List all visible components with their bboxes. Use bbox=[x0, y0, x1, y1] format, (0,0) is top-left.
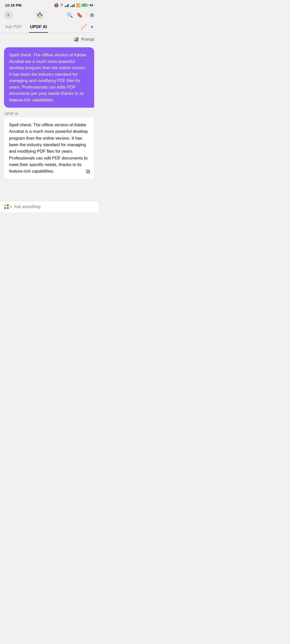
svg-point-8 bbox=[76, 39, 79, 42]
nav-left: × bbox=[4, 11, 13, 19]
prompt-row: Prompt bbox=[4, 37, 94, 42]
prompt-dots-icon bbox=[74, 37, 79, 42]
dot-blue bbox=[4, 207, 6, 209]
user-message-bubble: Spell check: The offline version of Adob… bbox=[4, 47, 94, 108]
tab-ask-pdf[interactable]: Ask PDF bbox=[4, 21, 23, 32]
bookmark-icon[interactable]: 🔖 bbox=[77, 12, 83, 18]
updf-logo-icon bbox=[37, 12, 43, 18]
prompt-dots bbox=[74, 37, 79, 42]
nav-right: 🔍 🔖 ⊞ bbox=[67, 12, 94, 18]
ai-label: UPDF AI bbox=[4, 112, 94, 116]
sparkle-icon[interactable]: ✦ bbox=[90, 24, 94, 30]
svg-point-5 bbox=[74, 37, 77, 40]
close-icon: × bbox=[7, 13, 10, 17]
svg-point-6 bbox=[76, 37, 79, 40]
copy-icon[interactable]: ⧉ bbox=[86, 167, 90, 176]
grid-icon[interactable]: ⊞ bbox=[90, 12, 94, 18]
chat-area: Prompt Spell check: The offline version … bbox=[0, 33, 98, 201]
brush-icon[interactable]: 🧹 bbox=[81, 24, 87, 30]
ai-message-bubble: Spell check: The offline version of Adob… bbox=[4, 117, 94, 179]
wifi-icon: 📶 bbox=[76, 3, 80, 7]
status-bar: 12:16 PM 🔇 ⏱ 📶 64 bbox=[0, 0, 98, 9]
status-time: 12:16 PM bbox=[5, 3, 21, 7]
clock-icon: ⏱ bbox=[60, 3, 63, 7]
signal-bars-icon bbox=[65, 4, 69, 7]
dot-yellow bbox=[4, 204, 6, 206]
chevron-down-icon: ▾ bbox=[10, 205, 12, 209]
tab-actions: 🧹 ✦ bbox=[81, 24, 94, 30]
battery-percent: 64 bbox=[90, 4, 93, 7]
tabs: Ask PDF UPDF AI bbox=[4, 21, 48, 32]
battery-icon bbox=[82, 4, 88, 7]
search-icon[interactable]: 🔍 bbox=[67, 12, 73, 18]
ai-message-text: Spell check: The offline version of Adob… bbox=[9, 123, 88, 174]
dot-green bbox=[7, 207, 9, 209]
nav-divider bbox=[86, 12, 87, 18]
tab-updf-ai[interactable]: UPDF AI bbox=[29, 21, 48, 32]
signal-bars-2-icon bbox=[70, 4, 75, 7]
svg-point-7 bbox=[74, 39, 77, 42]
input-dots-icon bbox=[4, 204, 9, 209]
tab-bar: Ask PDF UPDF AI 🧹 ✦ bbox=[0, 21, 98, 33]
nav-bar: × 🔍 🔖 ⊞ bbox=[0, 9, 98, 21]
ai-response-section: UPDF AI Spell check: The offline version… bbox=[4, 112, 94, 179]
dot-red bbox=[7, 204, 9, 206]
user-message-text: Spell check: The offline version of Adob… bbox=[9, 53, 87, 102]
ask-something-input[interactable] bbox=[14, 205, 94, 209]
mute-icon: 🔇 bbox=[54, 3, 58, 7]
status-icons: 🔇 ⏱ 📶 64 bbox=[54, 3, 93, 7]
updf-logo bbox=[35, 10, 45, 20]
close-button[interactable]: × bbox=[4, 11, 13, 19]
input-dots-button[interactable]: ▾ bbox=[4, 204, 12, 209]
svg-point-4 bbox=[39, 14, 41, 16]
prompt-label: Prompt bbox=[81, 37, 94, 42]
input-bar: ▾ bbox=[0, 201, 98, 212]
